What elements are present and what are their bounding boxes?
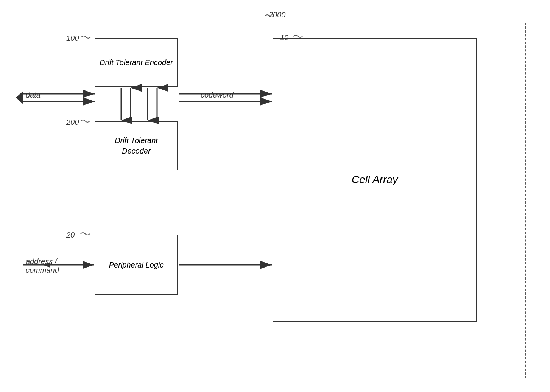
ref-decoder: 200 [66,118,79,127]
ref-label-2000: 2000 [269,11,286,19]
ref-peripheral: 20 [66,231,75,240]
diagram-container: 2000 Drift Tolerant Encoder 100 Drift To… [0,0,550,392]
codeword-label: codeword [201,91,234,100]
encoder-box: Drift Tolerant Encoder [95,38,178,87]
svg-marker-16 [16,91,23,104]
address-label: address /command [26,257,59,275]
peripheral-box: Peripheral Logic [95,235,178,295]
data-label: data [26,91,41,100]
ref-encoder: 100 [66,34,79,43]
decoder-box: Drift TolerantDecoder [95,121,178,170]
ref-cell-array: 10 [280,33,288,42]
cell-array-box: Cell Array [273,38,477,322]
